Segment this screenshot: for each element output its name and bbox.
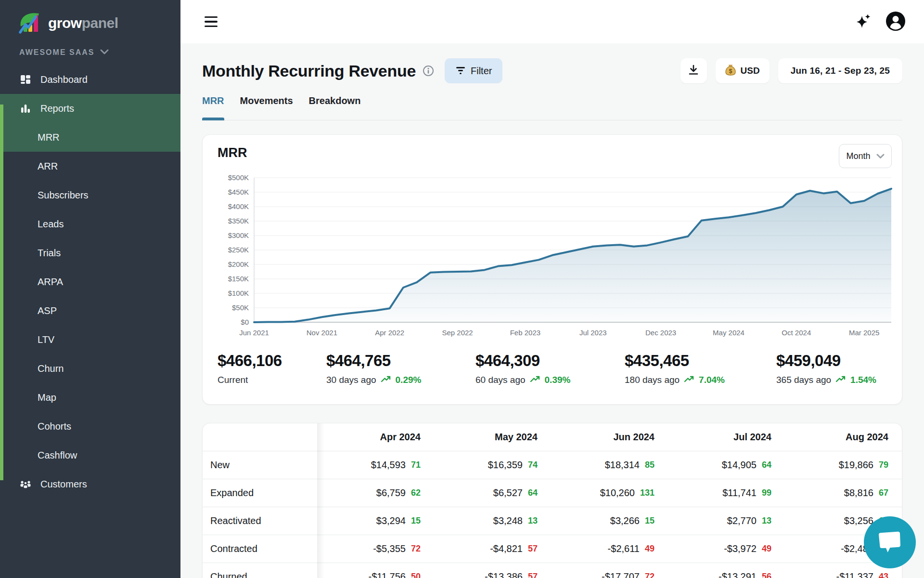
sidebar-item-trials[interactable]: Trials [0,238,180,267]
svg-text:$50K: $50K [232,303,249,312]
sidebar-item-arpa[interactable]: ARPA [0,267,180,296]
cell-amount: $6,759 [376,487,406,499]
sidebar-item-customers[interactable]: Customers [0,470,180,499]
cell-count: 79 [879,460,888,470]
svg-text:May 2024: May 2024 [713,328,744,337]
sidebar-item-leads[interactable]: Leads [0,210,180,238]
table-header-jul-2024: Jul 2024 [668,423,785,451]
svg-text:Feb 2023: Feb 2023 [510,328,540,337]
download-button[interactable] [680,58,707,83]
sidebar-item-cohorts[interactable]: Cohorts [0,412,180,441]
cell-amount: $3,294 [376,515,406,526]
menu-toggle-button[interactable] [205,16,218,27]
cell-amount: $3,256 [844,515,873,526]
mrr-chart-card: MRR Month $0$50K$100K$150K$200K$250K$300… [202,134,902,405]
customers-icon [19,478,32,490]
cell-amount: $18,314 [605,460,640,471]
table-cell: $6,75962 [317,479,434,507]
ai-assistant-button[interactable] [855,12,873,32]
date-range-picker[interactable]: Jun 16, 21 - Sep 23, 25 [778,58,902,83]
svg-text:$0: $0 [241,318,249,326]
stat-value: $464,309 [475,352,625,370]
granularity-select[interactable]: Month [839,144,892,168]
sidebar-item-asp[interactable]: ASP [0,296,180,325]
stat-change-percent: 7.04% [699,375,725,385]
table-cell: $18,31485 [551,451,668,479]
sidebar-item-cashflow[interactable]: Cashflow [0,441,180,470]
sidebar-item-label: Reports [40,103,74,114]
tab-bar: MRRMovementsBreakdown [202,94,902,120]
table-row-label-reactivated: Reactivated [203,507,317,535]
svg-text:Nov 2021: Nov 2021 [307,328,337,337]
cell-count: 85 [645,460,654,470]
sidebar-nav: Dashboard Reports MRRARRSubscribersLeads… [0,65,180,499]
cell-amount: $19,866 [839,460,873,471]
stat-label: 180 days ago [625,375,680,385]
cell-amount: $8,816 [844,487,873,499]
sidebar-item-label: Customers [40,479,87,490]
currency-selector-button[interactable]: $ USD [716,58,770,83]
stat-change-percent: 1.54% [850,375,876,385]
sparkles-icon [855,12,873,32]
table-cell: $3,24813 [434,507,551,535]
table-cell: $6,52764 [434,479,551,507]
granularity-value: Month [846,151,870,161]
sidebar-item-label: Dashboard [40,74,88,85]
filter-button[interactable]: Filter [445,58,502,83]
mrr-stat-180-days-ago: $435,465180 days ago7.04% [625,352,776,385]
topbar [180,0,924,43]
sidebar-item-subscribers[interactable]: Subscribers [0,181,180,210]
mrr-area-chart[interactable]: $0$50K$100K$150K$200K$250K$300K$350K$400… [214,169,898,347]
mrr-stat-30-days-ago: $464,76530 days ago0.29% [326,352,475,385]
money-bag-icon: $ [725,64,736,78]
table-row-label-new: New [203,451,317,479]
brand-logo[interactable]: growpanel [0,0,180,35]
chevron-down-icon [100,48,109,57]
filter-label: Filter [471,66,492,77]
mrr-stats-row: $466,106Current$464,76530 days ago0.29%$… [218,352,921,385]
sidebar-item-mrr[interactable]: MRR [0,123,180,152]
table-cell: $3,26615 [551,507,668,535]
cell-count: 67 [879,488,888,498]
cell-amount: -$11,337 [836,571,873,578]
tab-movements[interactable]: Movements [240,94,293,120]
sidebar-item-ltv[interactable]: LTV [0,325,180,354]
cell-amount: -$17,707 [602,571,640,578]
info-icon[interactable] [423,65,434,77]
sidebar-item-dashboard[interactable]: Dashboard [0,65,180,94]
table-cell: $3,29415 [317,507,434,535]
workspace-switcher[interactable]: AWESOME SAAS [19,48,109,57]
tab-mrr[interactable]: MRR [202,94,224,120]
growpanel-logo-icon [18,11,41,36]
sidebar-item-map[interactable]: Map [0,383,180,412]
cell-count: 72 [645,572,654,578]
cell-count: 57 [528,544,538,554]
svg-text:$350K: $350K [228,217,249,225]
sidebar-item-reports[interactable]: Reports [0,94,180,123]
cell-amount: $10,260 [600,487,635,499]
tab-breakdown[interactable]: Breakdown [309,94,361,120]
table-cell: -$13,29156 [668,563,785,578]
sidebar-item-churn[interactable]: Churn [0,354,180,383]
sidebar-item-arr[interactable]: ARR [0,152,180,181]
avatar-icon [886,11,906,33]
mrr-stat-current: $466,106Current [218,352,326,385]
trending-up-icon [530,375,540,385]
sidebar: growpanel AWESOME SAAS Dashboard [0,0,180,578]
cell-count: 72 [411,544,421,554]
download-icon [688,64,699,78]
stat-label: 60 days ago [475,375,526,385]
cell-count: 131 [640,488,654,498]
bar-chart-icon [19,103,32,114]
cell-count: 15 [411,516,421,526]
stat-change-percent: 0.39% [545,375,571,385]
table-cell: $14,90564 [668,451,785,479]
stat-label: 365 days ago [776,375,831,385]
account-menu-button[interactable] [886,11,906,33]
svg-text:Oct 2024: Oct 2024 [782,328,811,337]
cell-count: 64 [762,460,771,470]
cell-count: 50 [411,572,421,578]
cell-amount: -$13,291 [719,571,757,578]
table-cell: $19,86679 [785,451,902,479]
support-chat-button[interactable] [864,516,916,568]
